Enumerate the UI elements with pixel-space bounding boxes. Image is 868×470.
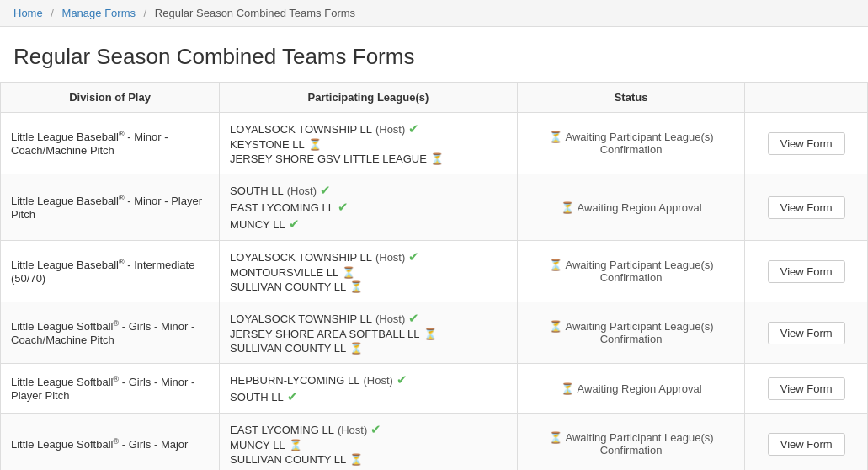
cell-status: ⏳Awaiting Participant League(s) Confirma… [517,113,745,174]
league-name: SULLIVAN COUNTY LL [230,453,346,466]
league-item: SULLIVAN COUNTY LL ⏳ [230,280,507,293]
table-header-row: Division of Play Participating League(s)… [1,83,868,113]
view-form-button[interactable]: View Form [768,132,845,155]
status-text: Awaiting Region Approval [578,382,702,395]
cell-action: View Form [745,414,868,471]
cell-action: View Form [745,364,868,414]
status-text: Awaiting Region Approval [578,201,702,214]
league-host-tag: (Host) [363,374,392,387]
league-item: JERSEY SHORE AREA SOFTBALL LL ⏳ [230,328,507,340]
cell-league: LOYALSOCK TOWNSHIP LL (Host) ✔JERSEY SHO… [220,302,518,364]
league-name: MUNCY LL [230,218,285,231]
league-host-tag: (Host) [287,184,317,197]
check-icon: ✔ [408,311,419,326]
cell-league: HEPBURN-LYCOMING LL (Host) ✔SOUTH LL ✔ [220,364,518,414]
view-form-button[interactable]: View Form [768,433,845,456]
league-name: LOYALSOCK TOWNSHIP LL [230,123,372,136]
check-icon: ✔ [320,183,331,198]
league-item: KEYSTONE LL ⏳ [230,138,507,151]
cell-division: Little League Baseball® - Minor - Player… [1,174,220,241]
check-icon: ✔ [287,389,298,404]
page-title: Regular Season Combined Teams Forms [0,27,868,82]
forms-table: Division of Play Participating League(s)… [0,82,868,470]
league-item: SOUTH LL ✔ [230,389,507,404]
breadcrumb-sep2: / [144,7,147,19]
view-form-button[interactable]: View Form [768,377,845,400]
hourglass-icon: ⏳ [423,328,437,340]
view-form-button[interactable]: View Form [768,196,845,219]
league-item: HEPBURN-LYCOMING LL (Host) ✔ [230,372,507,387]
status-text: Awaiting Participant League(s) Confirmat… [566,131,714,156]
hourglass-icon: ⏳ [342,266,355,279]
status-hourglass-icon: ⏳ [549,320,562,333]
view-form-button[interactable]: View Form [768,322,845,344]
hourglass-icon: ⏳ [308,138,322,151]
league-host-tag: (Host) [375,123,405,136]
league-name: EAST LYCOMING LL [230,424,334,436]
breadcrumb-sep1: / [51,7,54,19]
league-item: SOUTH LL (Host) ✔ [230,183,507,198]
cell-action: View Form [745,113,868,174]
league-name: JERSEY SHORE GSV LITTLE LEAGUE [230,152,427,165]
cell-division: Little League Softball® - Girls - Minor … [1,302,220,364]
league-name: MONTOURSVILLE LL [230,266,338,279]
status-hourglass-icon: ⏳ [549,259,562,271]
table-row: Little League Softball® - Girls - Minor … [1,364,868,414]
league-name: SOUTH LL [230,184,284,197]
check-icon: ✔ [289,216,300,232]
cell-division: Little League Softball® - Girls - Major [1,414,220,471]
hourglass-icon: ⏳ [430,152,444,165]
status-hourglass-icon: ⏳ [561,382,574,395]
table-row: Little League Baseball® - Intermediate (… [1,241,868,302]
league-item: MONTOURSVILLE LL ⏳ [230,266,507,279]
status-hourglass-icon: ⏳ [549,131,562,143]
league-item: SULLIVAN COUNTY LL ⏳ [230,342,507,355]
league-name: EAST LYCOMING LL [230,201,334,214]
hourglass-icon: ⏳ [349,453,363,466]
header-action [745,83,868,113]
breadcrumb: Home / Manage Forms / Regular Season Com… [0,0,868,27]
hourglass-icon: ⏳ [349,342,363,355]
league-host-tag: (Host) [375,251,405,264]
league-name: LOYALSOCK TOWNSHIP LL [230,312,372,325]
table-row: Little League Baseball® - Minor - Coach/… [1,113,868,174]
cell-league: SOUTH LL (Host) ✔EAST LYCOMING LL ✔MUNCY… [220,174,518,241]
cell-league: EAST LYCOMING LL (Host) ✔MUNCY LL ⏳SULLI… [220,414,518,471]
check-icon: ✔ [408,121,419,136]
check-icon: ✔ [408,249,419,264]
status-text: Awaiting Participant League(s) Confirmat… [566,320,714,345]
cell-status: ⏳Awaiting Region Approval [517,174,745,241]
league-item: LOYALSOCK TOWNSHIP LL (Host) ✔ [230,249,507,264]
check-icon: ✔ [338,200,349,215]
breadcrumb-current: Regular Season Combined Teams Forms [155,7,355,19]
cell-status: ⏳Awaiting Region Approval [517,364,745,414]
cell-status: ⏳Awaiting Participant League(s) Confirma… [517,241,745,302]
league-item: LOYALSOCK TOWNSHIP LL (Host) ✔ [230,311,507,326]
breadcrumb-manage-forms[interactable]: Manage Forms [62,7,136,19]
cell-action: View Form [745,174,868,241]
cell-league: LOYALSOCK TOWNSHIP LL (Host) ✔MONTOURSVI… [220,241,518,302]
league-name: MUNCY LL [230,439,285,451]
status-text: Awaiting Participant League(s) Confirmat… [566,431,714,457]
view-form-button[interactable]: View Form [768,260,845,283]
league-item: MUNCY LL ⏳ [230,439,507,451]
league-name: HEPBURN-LYCOMING LL [230,374,359,387]
league-item: MUNCY LL ✔ [230,216,507,232]
league-item: LOYALSOCK TOWNSHIP LL (Host) ✔ [230,121,507,136]
breadcrumb-home[interactable]: Home [13,7,43,19]
table-row: Little League Softball® - Girls - Minor … [1,302,868,364]
check-icon: ✔ [370,422,381,437]
league-name: JERSEY SHORE AREA SOFTBALL LL [230,328,419,340]
hourglass-icon: ⏳ [349,280,363,293]
league-item: EAST LYCOMING LL ✔ [230,200,507,215]
league-host-tag: (Host) [375,312,405,325]
league-name: LOYALSOCK TOWNSHIP LL [230,251,372,264]
cell-division: Little League Baseball® - Intermediate (… [1,241,220,302]
table-row: Little League Softball® - Girls - MajorE… [1,414,868,471]
cell-action: View Form [745,241,868,302]
cell-league: LOYALSOCK TOWNSHIP LL (Host) ✔KEYSTONE L… [220,113,518,174]
header-status: Status [517,83,745,113]
check-icon: ✔ [397,372,407,387]
status-hourglass-icon: ⏳ [549,431,562,444]
league-item: JERSEY SHORE GSV LITTLE LEAGUE ⏳ [230,152,507,165]
